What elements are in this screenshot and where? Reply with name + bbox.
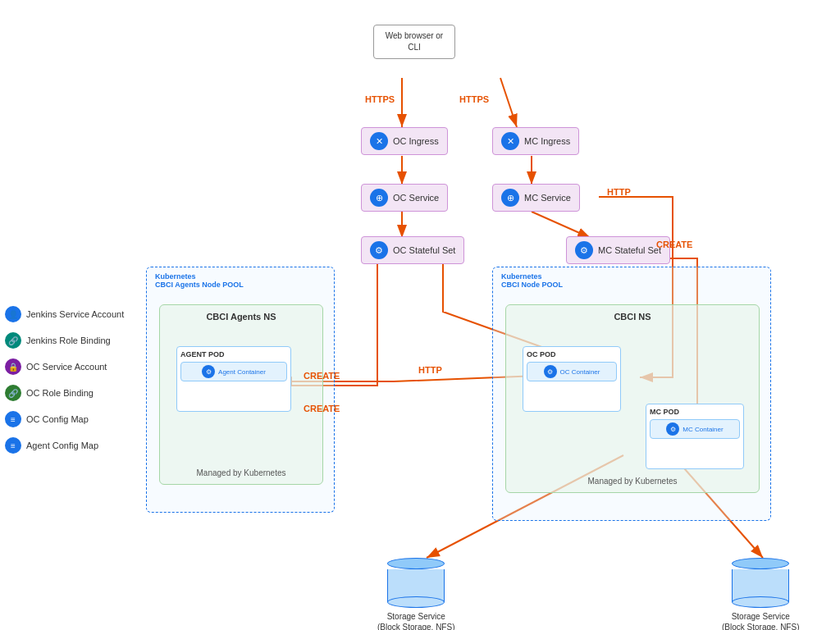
oc-pod-box: OC POD ⚙ OC Container [523, 346, 621, 412]
oc-stateful-icon: ⚙ [370, 241, 388, 259]
svg-line-2 [500, 78, 517, 127]
mc-stateful-label: MC Stateful Set [598, 245, 661, 255]
http2-label: HTTP [418, 365, 442, 375]
storage1-bottom [387, 596, 445, 608]
mc-pod-box: MC POD ⚙ MC Container [646, 404, 744, 469]
storage1-label: Storage Service(Block Storage, NFS) [377, 611, 454, 630]
jenkins-sa-label: Jenkins Service Account [26, 309, 124, 319]
sidebar-item-oc-sa: 🔒 OC Service Account [0, 356, 129, 377]
jenkins-rb-label: Jenkins Role Binding [26, 336, 111, 345]
sidebar-item-oc-cm: ≡ OC Config Map [0, 409, 129, 430]
sidebar-item-jenkins-rb: 🔗 Jenkins Role Binding [0, 330, 129, 351]
mc-container-inner: ⚙ MC Container [650, 419, 740, 439]
storage1-cylinder [387, 558, 445, 608]
mc-ingress-label: MC Ingress [524, 136, 570, 146]
oc-rb-label: OC Role Binding [26, 388, 94, 398]
storage2-cylinder [732, 558, 789, 608]
k8s-node-pool-label: KubernetesCBCI Node POOL [501, 272, 563, 289]
create2-label: CREATE [304, 404, 340, 413]
agent-container-label: Agent Container [218, 368, 266, 376]
agent-cm-icon: ≡ [5, 437, 21, 454]
storage2-bottom [732, 596, 789, 608]
cbci-ns-footer: Managed by Kubernetes [588, 477, 678, 486]
sidebar-item-oc-rb: 🔗 OC Role Binding [0, 382, 129, 404]
cbci-agents-ns: CBCI Agents NS AGENT POD ⚙ Agent Contain… [159, 304, 323, 485]
cbci-agents-ns-footer: Managed by Kubernetes [197, 468, 286, 477]
oc-service-box: ⊕ OC Service [361, 184, 448, 212]
http1-label: HTTP [607, 187, 631, 197]
storage1-top [387, 558, 445, 569]
storage2: Storage Service(Block Storage, NFS) [722, 558, 799, 630]
cbci-ns-label: CBCI NS [614, 312, 651, 322]
oc-ingress-box: ✕ OC Ingress [361, 127, 448, 155]
mc-ingress-icon: ✕ [501, 132, 519, 150]
oc-rb-icon: 🔗 [5, 385, 21, 401]
oc-service-label: OC Service [393, 193, 439, 203]
cbci-ns: CBCI NS OC POD ⚙ OC Container MC POD ⚙ M… [505, 304, 760, 493]
create1-label: CREATE [656, 240, 692, 249]
svg-line-6 [532, 212, 591, 238]
oc-ingress-icon: ✕ [370, 132, 388, 150]
oc-sa-icon: 🔒 [5, 358, 21, 375]
k8s-agents-pool-label: KubernetesCBCI Agents Node POOL [155, 272, 244, 289]
mc-service-box: ⊕ MC Service [492, 184, 580, 212]
mc-container-label: MC Container [682, 426, 723, 433]
mc-container-icon: ⚙ [666, 422, 679, 436]
jenkins-rb-icon: 🔗 [5, 332, 21, 349]
mc-service-label: MC Service [524, 193, 571, 203]
oc-cm-icon: ≡ [5, 411, 21, 427]
oc-stateful-label: OC Stateful Set [393, 245, 455, 255]
oc-sa-label: OC Service Account [26, 362, 107, 372]
web-browser-label: Web browser or CLI [382, 30, 446, 53]
oc-container-label: OC Container [560, 368, 600, 376]
diagram-container: Web browser or CLI HTTPS HTTPS ✕ OC Ingr… [0, 0, 840, 630]
agent-container-icon: ⚙ [202, 365, 215, 378]
jenkins-sa-icon: 👤 [5, 306, 21, 322]
https2-label: HTTPS [459, 94, 489, 104]
k8s-agents-pool: KubernetesCBCI Agents Node POOL CBCI Age… [146, 267, 335, 513]
oc-container-inner: ⚙ OC Container [527, 362, 617, 381]
mc-stateful-icon: ⚙ [575, 241, 593, 259]
agent-pod-label: AGENT POD [180, 350, 287, 358]
oc-cm-label: OC Config Map [26, 414, 89, 424]
storage1: Storage Service(Block Storage, NFS) [377, 558, 454, 630]
sidebar-item-jenkins-sa: 👤 Jenkins Service Account [0, 304, 129, 325]
web-browser-box: Web browser or CLI [373, 25, 455, 59]
storage2-top [732, 558, 789, 569]
agent-cm-label: Agent Config Map [26, 441, 98, 450]
mc-ingress-box: ✕ MC Ingress [492, 127, 579, 155]
mc-pod-label: MC POD [650, 408, 740, 416]
sidebar-item-agent-cm: ≡ Agent Config Map [0, 435, 129, 456]
storage2-label: Storage Service(Block Storage, NFS) [722, 611, 799, 630]
oc-pod-label: OC POD [527, 350, 617, 358]
oc-stateful-box: ⚙ OC Stateful Set [361, 236, 464, 264]
cbci-agents-ns-label: CBCI Agents NS [206, 312, 276, 322]
mc-stateful-box: ⚙ MC Stateful Set [566, 236, 670, 264]
oc-container-icon: ⚙ [544, 365, 557, 378]
k8s-node-pool: KubernetesCBCI Node POOL CBCI NS OC POD … [492, 267, 771, 521]
oc-ingress-label: OC Ingress [393, 136, 439, 146]
sidebar: 👤 Jenkins Service Account 🔗 Jenkins Role… [0, 304, 129, 456]
mc-service-icon: ⊕ [501, 189, 519, 207]
agent-container-inner: ⚙ Agent Container [180, 362, 287, 381]
agent-pod-box: AGENT POD ⚙ Agent Container [176, 346, 291, 412]
oc-service-icon: ⊕ [370, 189, 388, 207]
https1-label: HTTPS [365, 94, 395, 104]
create3-label: CREATE [304, 371, 340, 381]
